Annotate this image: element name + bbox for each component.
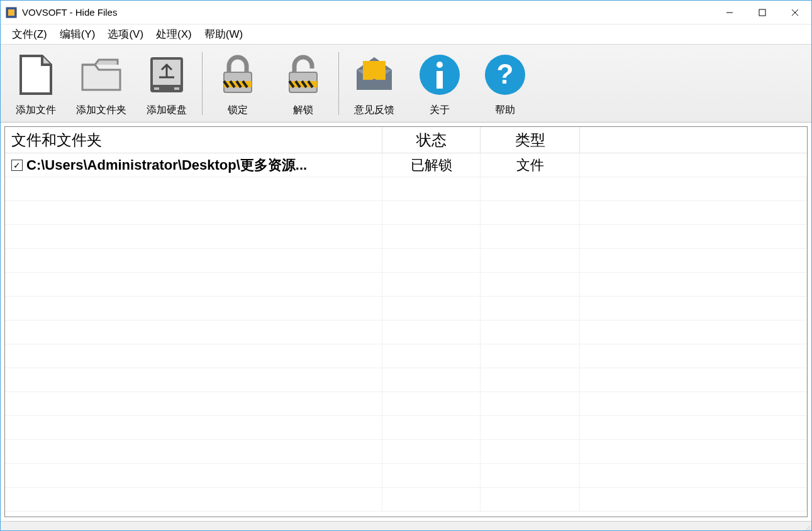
unlock-label: 解锁	[293, 104, 313, 117]
empty-row	[5, 225, 807, 249]
close-button[interactable]	[779, 1, 811, 24]
help-label: 帮助	[495, 104, 515, 117]
lock-label: 锁定	[228, 104, 248, 117]
row-status: 已解锁	[382, 153, 481, 177]
close-icon	[791, 9, 799, 16]
about-button[interactable]: 关于	[407, 47, 472, 120]
empty-row	[5, 177, 807, 201]
status-bar	[1, 521, 811, 531]
svg-rect-3	[759, 9, 765, 16]
menu-file[interactable]: 文件(Z)	[6, 25, 53, 44]
maximize-button[interactable]	[746, 1, 779, 24]
add-folder-label: 添加文件夹	[76, 104, 126, 117]
window-title: VOVSOFT - Hide Files	[22, 7, 713, 18]
toolbar-separator	[338, 52, 339, 115]
resize-grip-icon[interactable]	[800, 523, 810, 531]
lock-icon	[213, 50, 263, 100]
table-row[interactable]: ✓ C:\Users\Administrator\Desktop\更多资源...…	[5, 153, 807, 177]
row-type: 文件	[481, 153, 580, 177]
empty-row	[5, 392, 807, 416]
minimize-button[interactable]	[713, 1, 746, 24]
svg-rect-9	[174, 87, 179, 90]
help-button[interactable]: ? 帮助	[472, 47, 538, 120]
file-list: 文件和文件夹 状态 类型 ✓ C:\Users\Administrator\De…	[4, 126, 808, 517]
file-icon	[11, 50, 61, 100]
svg-rect-1	[8, 9, 14, 16]
svg-rect-8	[154, 87, 159, 90]
add-disk-button[interactable]: 添加硬盘	[134, 47, 199, 120]
question-icon: ?	[480, 50, 530, 100]
add-disk-label: 添加硬盘	[147, 104, 187, 117]
about-label: 关于	[430, 104, 450, 117]
column-path[interactable]: 文件和文件夹	[5, 127, 382, 153]
unlock-button[interactable]: 解锁	[270, 47, 336, 120]
menu-bar: 文件(Z) 编辑(Y) 选项(V) 处理(X) 帮助(W)	[1, 25, 811, 45]
minimize-icon	[726, 9, 733, 16]
empty-row	[5, 440, 807, 464]
window-controls	[713, 1, 811, 24]
list-header: 文件和文件夹 状态 类型	[5, 127, 807, 153]
empty-row	[5, 201, 807, 225]
column-type[interactable]: 类型	[481, 127, 580, 153]
row-path: C:\Users\Administrator\Desktop\更多资源...	[26, 156, 307, 175]
empty-row	[5, 320, 807, 344]
empty-row	[5, 273, 807, 297]
menu-edit[interactable]: 编辑(Y)	[53, 25, 102, 44]
empty-row	[5, 344, 807, 368]
add-folder-button[interactable]: 添加文件夹	[69, 47, 134, 120]
svg-rect-17	[437, 71, 443, 89]
title-bar: VOVSOFT - Hide Files	[1, 1, 811, 25]
feedback-label: 意见反馈	[354, 104, 394, 117]
folder-icon	[76, 50, 126, 100]
menu-process[interactable]: 处理(X)	[150, 25, 198, 44]
maximize-icon	[759, 9, 766, 16]
add-file-label: 添加文件	[16, 104, 56, 117]
svg-point-16	[437, 62, 443, 68]
envelope-icon	[349, 50, 399, 100]
svg-rect-14	[363, 61, 386, 80]
unlock-icon	[278, 50, 328, 100]
lock-button[interactable]: 锁定	[205, 47, 270, 120]
svg-text:?: ?	[497, 58, 514, 89]
empty-row	[5, 416, 807, 440]
menu-help[interactable]: 帮助(W)	[198, 25, 249, 44]
info-icon	[414, 50, 465, 100]
add-file-button[interactable]: 添加文件	[3, 47, 69, 120]
empty-row	[5, 249, 807, 273]
empty-row	[5, 464, 807, 488]
toolbar-separator	[202, 52, 203, 115]
disk-icon	[142, 50, 192, 100]
menu-options[interactable]: 选项(V)	[101, 25, 150, 44]
feedback-button[interactable]: 意见反馈	[342, 47, 407, 120]
toolbar: 添加文件 添加文件夹 添加硬盘	[1, 45, 811, 123]
row-checkbox[interactable]: ✓	[11, 160, 23, 171]
column-status[interactable]: 状态	[382, 127, 481, 153]
empty-row	[5, 368, 807, 392]
app-icon	[6, 7, 17, 18]
empty-row	[5, 297, 807, 320]
empty-row	[5, 488, 807, 512]
